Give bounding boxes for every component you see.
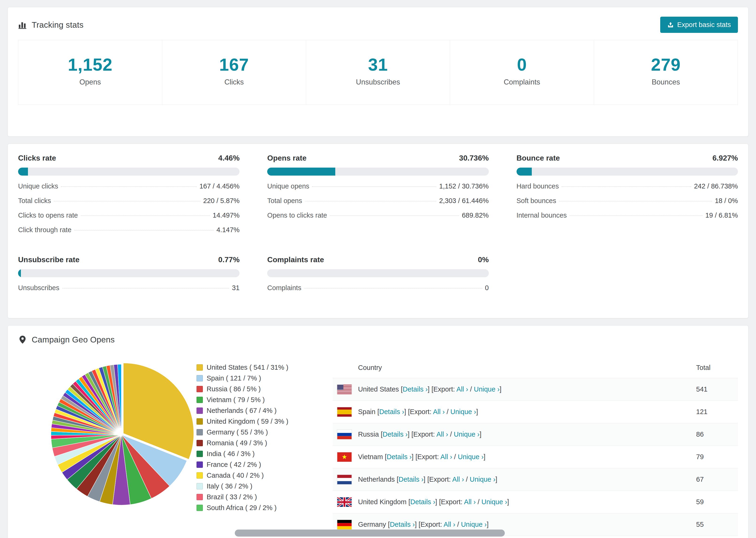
table-row[interactable]: Vietnam [Details ›] [Export: All › / Uni…	[333, 446, 738, 468]
export-unique-link[interactable]: Unique ›	[450, 408, 476, 415]
stat-box: 31Unsubscribes	[306, 40, 450, 105]
rate-block: Opens rate30.736%Unique opens1,152 / 30.…	[267, 154, 489, 234]
export-button-label: Export basic stats	[677, 21, 731, 28]
country-name: United States	[358, 385, 401, 393]
legend-item: Vietnam ( 79 / 5% )	[196, 396, 319, 404]
export-basic-stats-button[interactable]: Export basic stats	[660, 17, 738, 33]
rate-title: Opens rate	[267, 154, 306, 162]
metric-value: 18 / 0%	[715, 197, 738, 205]
rate-progress-bar	[267, 168, 489, 176]
rate-head: Clicks rate4.46%	[18, 154, 240, 162]
details-link[interactable]: Details ›	[410, 498, 435, 506]
rate-title: Unsubscribe rate	[18, 255, 80, 264]
horizontal-scrollbar-thumb[interactable]	[235, 529, 505, 537]
bracket-text: ]	[484, 453, 486, 460]
stat-value: 31	[306, 55, 450, 75]
total-cell: 86	[696, 430, 734, 438]
export-icon	[667, 22, 674, 28]
details-link[interactable]: Details ›	[383, 430, 407, 438]
table-row[interactable]: United Kingdom [Details ›] [Export: All …	[333, 491, 738, 513]
dotted-leader	[569, 215, 702, 216]
geo-pie-chart	[18, 356, 183, 512]
legend-swatch	[196, 418, 203, 425]
export-all-link[interactable]: All ›	[433, 408, 445, 415]
legend-item: Spain ( 121 / 7% )	[196, 374, 319, 382]
table-row[interactable]: United States [Details ›] [Export: All ›…	[333, 378, 738, 401]
table-row[interactable]: Russia [Details ›] [Export: All › / Uniq…	[333, 423, 738, 446]
bar-chart-icon	[18, 21, 27, 29]
map-pin-icon	[18, 335, 27, 344]
rate-progress-fill	[516, 168, 532, 176]
stat-label: Clicks	[162, 78, 306, 86]
slash-text: /	[445, 408, 450, 415]
bracket-text: ]	[487, 521, 489, 528]
metric-row: Opens to clicks rate689.82%	[267, 211, 489, 219]
metric-label: Unique opens	[267, 183, 309, 190]
metric-label: Unique clicks	[18, 183, 58, 190]
details-link[interactable]: Details ›	[379, 408, 404, 415]
export-unique-link[interactable]: Unique ›	[458, 453, 484, 460]
export-all-link[interactable]: All ›	[444, 521, 455, 528]
bracket-text: ] [Export:	[407, 430, 436, 438]
dotted-leader	[559, 201, 712, 201]
export-all-link[interactable]: All ›	[441, 453, 452, 460]
legend-item: France ( 42 / 2% )	[196, 461, 319, 468]
rate-progress-fill	[267, 168, 335, 176]
slash-text: /	[448, 430, 454, 438]
details-link[interactable]: Details ›	[390, 521, 415, 528]
stat-label: Opens	[18, 78, 162, 86]
bracket-text: ]	[500, 385, 502, 393]
export-unique-link[interactable]: Unique ›	[481, 498, 507, 506]
legend-label: France ( 42 / 2% )	[207, 461, 261, 468]
legend-item: Brazil ( 33 / 2% )	[196, 493, 319, 501]
legend-swatch	[196, 397, 203, 403]
slash-text: /	[452, 453, 458, 460]
table-row[interactable]: Netherlands [Details ›] [Export: All › /…	[333, 468, 738, 491]
legend-item: Italy ( 36 / 2% )	[196, 482, 319, 490]
rate-value: 0%	[478, 255, 489, 264]
export-unique-link[interactable]: Unique ›	[461, 521, 487, 528]
legend-swatch	[196, 494, 203, 500]
legend-swatch	[196, 505, 203, 511]
details-link[interactable]: Details ›	[399, 476, 423, 483]
slash-text: /	[476, 498, 481, 506]
details-link[interactable]: Details ›	[403, 385, 428, 393]
total-cell: 59	[696, 498, 734, 506]
export-unique-link[interactable]: Unique ›	[469, 476, 495, 483]
metric-value: 2,303 / 61.446%	[439, 197, 489, 205]
export-unique-link[interactable]: Unique ›	[454, 430, 480, 438]
rate-value: 0.77%	[218, 255, 240, 264]
legend-swatch	[196, 364, 203, 371]
legend-swatch	[196, 375, 203, 381]
bracket-text: ]	[507, 498, 509, 506]
metric-value: 14.497%	[213, 211, 240, 219]
total-cell: 79	[696, 453, 734, 461]
dotted-leader	[62, 288, 229, 289]
gb-flag-icon	[337, 497, 358, 507]
geo-header: Campaign Geo Opens	[8, 326, 748, 351]
stat-box: 1,152Opens	[18, 40, 162, 105]
table-row[interactable]: Spain [Details ›] [Export: All › / Uniqu…	[333, 401, 738, 423]
stat-value: 167	[162, 55, 306, 75]
export-all-link[interactable]: All ›	[452, 476, 464, 483]
export-all-link[interactable]: All ›	[436, 430, 448, 438]
country-cell: Vietnam [Details ›] [Export: All › / Uni…	[358, 453, 696, 461]
export-all-link[interactable]: All ›	[464, 498, 476, 506]
legend-swatch	[196, 429, 203, 435]
export-all-link[interactable]: All ›	[457, 385, 468, 393]
metric-row: Clicks to opens rate14.497%	[18, 211, 240, 219]
rate-block: Complaints rate0%Complaints0	[267, 255, 489, 292]
metric-label: Soft bounces	[516, 197, 556, 205]
metric-row: Hard bounces242 / 86.738%	[516, 183, 738, 190]
legend-label: Canada ( 40 / 2% )	[207, 471, 264, 479]
rate-progress-bar	[267, 269, 489, 277]
rate-head: Unsubscribe rate0.77%	[18, 255, 240, 264]
geo-table-body: United States [Details ›] [Export: All ›…	[333, 378, 738, 536]
export-unique-link[interactable]: Unique ›	[474, 385, 500, 393]
country-cell: United Kingdom [Details ›] [Export: All …	[358, 498, 696, 506]
dotted-leader	[312, 187, 436, 187]
legend-item: United States ( 541 / 31% )	[196, 364, 319, 371]
stat-label: Complaints	[450, 78, 594, 86]
legend-label: United Kingdom ( 59 / 3% )	[207, 418, 288, 425]
details-link[interactable]: Details ›	[387, 453, 411, 460]
